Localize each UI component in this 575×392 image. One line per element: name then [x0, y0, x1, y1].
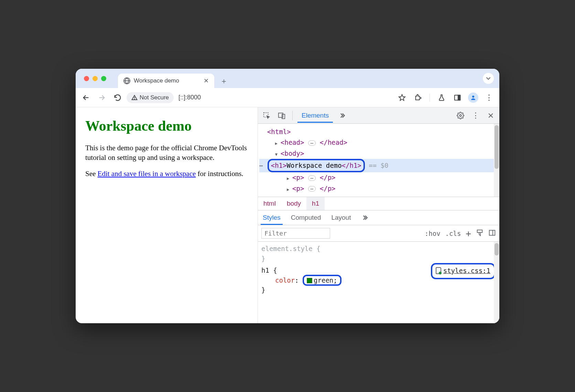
- dom-tree[interactable]: <html> <head> ⋯ </head> <body> ⋯ <h1>Wor…: [258, 124, 499, 197]
- profile-button[interactable]: [466, 91, 480, 105]
- source-link[interactable]: styles.css:1: [443, 266, 490, 276]
- h1-rule-selector[interactable]: h1 {: [261, 266, 277, 274]
- arrow-left-icon: [82, 94, 90, 101]
- styles-pane[interactable]: element.style { } h1 { color: green; } s…: [258, 242, 499, 323]
- toolbar-divider: [430, 94, 430, 102]
- page-heading: Workspace demo: [85, 118, 248, 134]
- tab-layout[interactable]: Layout: [329, 210, 353, 225]
- tab-styles[interactable]: Styles: [261, 210, 283, 225]
- close-icon: [487, 112, 494, 119]
- globe-icon: [123, 77, 130, 84]
- svg-rect-10: [282, 114, 285, 119]
- css-val-green[interactable]: green;: [314, 276, 337, 284]
- crumb-h1[interactable]: h1: [306, 197, 325, 210]
- device-toggle-button[interactable]: [276, 110, 288, 121]
- svg-rect-14: [477, 230, 482, 232]
- tab-elements[interactable]: Elements: [297, 108, 333, 123]
- styles-filter-input[interactable]: [261, 228, 330, 239]
- side-panel-icon: [454, 94, 461, 101]
- dom-node-h1-selected[interactable]: ⋯ <h1>Workspace demo</h1> == $0: [259, 159, 497, 172]
- tab-search-button[interactable]: [483, 73, 494, 84]
- window-controls: [80, 69, 110, 88]
- close-tab-button[interactable]: ✕: [204, 77, 209, 85]
- dom-node-p2[interactable]: <p> ⋯ </p>: [259, 183, 499, 194]
- person-icon: [470, 95, 476, 101]
- color-value-highlight: green;: [303, 275, 341, 286]
- browser-toolbar: Not Secure [::]:8000 ⋮: [76, 88, 499, 107]
- browser-tab[interactable]: Workspace demo ✕: [118, 74, 214, 88]
- minimize-window-button[interactable]: [93, 76, 98, 81]
- inspect-button[interactable]: [261, 110, 272, 121]
- devtools-tab-bar: Elements ⋮: [258, 107, 499, 124]
- more-styles-tabs-button[interactable]: [359, 212, 371, 224]
- tab-strip: Workspace demo ✕ ＋: [76, 69, 499, 88]
- arrow-right-icon: [98, 94, 106, 101]
- para2-suffix: for instructions.: [196, 170, 243, 178]
- warning-icon: [131, 95, 138, 101]
- security-chip[interactable]: Not Secure: [127, 92, 174, 103]
- hov-toggle[interactable]: :hov: [425, 230, 441, 237]
- new-tab-button[interactable]: ＋: [218, 75, 230, 87]
- settings-button[interactable]: [455, 110, 466, 121]
- para2-prefix: See: [85, 170, 98, 178]
- kebab-icon: ⋮: [472, 111, 479, 120]
- puzzle-icon: [414, 94, 422, 101]
- styles-tab-bar: Styles Computed Layout: [258, 210, 499, 225]
- computed-panel-button[interactable]: [488, 229, 496, 238]
- extensions-button[interactable]: [411, 91, 425, 105]
- color-swatch[interactable]: [307, 278, 312, 283]
- gear-icon: [457, 112, 464, 119]
- url-text: [::]:8000: [174, 94, 201, 101]
- page-paragraph-2: See Edit and save files in a workspace f…: [85, 169, 248, 178]
- maximize-window-button[interactable]: [101, 76, 106, 81]
- page-paragraph-1: This is the demo page for the official C…: [85, 143, 248, 163]
- reload-icon: [114, 94, 121, 101]
- reload-button[interactable]: [111, 91, 124, 105]
- star-icon: [398, 94, 406, 101]
- device-icon: [278, 112, 285, 119]
- svg-point-7: [472, 96, 474, 98]
- tab-title: Workspace demo: [134, 77, 179, 84]
- svg-marker-4: [399, 94, 405, 100]
- side-panel-button[interactable]: [451, 91, 464, 105]
- inspect-icon: [263, 112, 270, 119]
- workspace-tutorial-link[interactable]: Edit and save files in a workspace: [98, 170, 196, 178]
- styles-scrollbar[interactable]: [494, 242, 499, 323]
- labs-button[interactable]: [435, 91, 448, 105]
- close-devtools-button[interactable]: [485, 110, 497, 121]
- crumb-html[interactable]: html: [258, 197, 281, 210]
- styles-filter-row: :hov .cls +: [258, 225, 499, 242]
- dom-scrollbar[interactable]: [494, 124, 499, 197]
- dom-node-head[interactable]: <head> ⋯ </head>: [259, 137, 499, 148]
- tab-computed[interactable]: Computed: [289, 210, 323, 225]
- brace-close: }: [261, 255, 265, 262]
- divider: [292, 111, 293, 120]
- menu-button[interactable]: ⋮: [482, 91, 496, 105]
- dom-node-html[interactable]: <html>: [259, 127, 499, 137]
- css-prop-color[interactable]: color: [275, 276, 295, 284]
- more-tabs-button[interactable]: [336, 110, 348, 121]
- panel-icon: [488, 229, 496, 237]
- svg-rect-15: [489, 230, 495, 235]
- forward-button[interactable]: [95, 91, 109, 105]
- dom-node-p1[interactable]: <p> ⋯ </p>: [259, 172, 499, 183]
- flask-icon: [438, 94, 445, 101]
- address-bar[interactable]: Not Secure [::]:8000: [127, 92, 201, 103]
- svg-point-3: [134, 99, 135, 99]
- dom-node-body[interactable]: <body>: [259, 148, 499, 159]
- back-button[interactable]: [79, 91, 93, 105]
- brace-close-2: }: [261, 286, 265, 294]
- svg-rect-6: [458, 95, 460, 100]
- new-style-rule-button[interactable]: +: [466, 228, 471, 239]
- close-window-button[interactable]: [84, 76, 89, 81]
- source-link-highlight: styles.css:1: [431, 263, 495, 279]
- cls-toggle[interactable]: .cls: [445, 230, 461, 237]
- format-button[interactable]: [476, 229, 484, 238]
- chevron-down-icon: [485, 75, 492, 82]
- element-style-selector[interactable]: element.style {: [261, 245, 321, 252]
- bookmark-button[interactable]: [395, 91, 409, 105]
- crumb-body[interactable]: body: [281, 197, 306, 210]
- devtools-menu-button[interactable]: ⋮: [470, 110, 481, 121]
- kebab-icon: ⋮: [485, 93, 493, 102]
- devtools-panel: Elements ⋮ <html> <head> ⋯ </head> <body: [258, 107, 499, 323]
